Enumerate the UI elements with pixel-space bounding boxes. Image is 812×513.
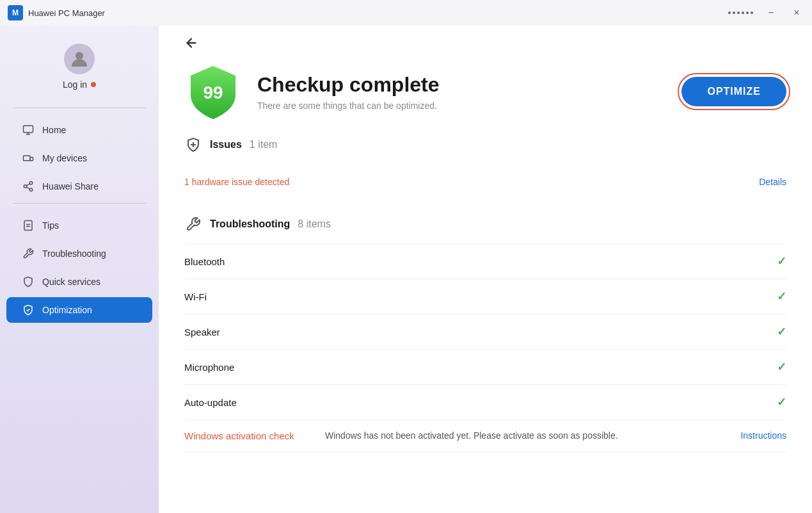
details-link[interactable]: Details (759, 177, 786, 187)
sidebar-item-quick-services[interactable]: Quick services (6, 269, 152, 295)
svg-line-9 (26, 187, 29, 189)
avatar (64, 44, 95, 74)
issues-section: Issues 1 item 1 hardware issue detected … (184, 136, 786, 200)
svg-point-7 (24, 185, 27, 188)
user-section: Log in (0, 33, 159, 105)
wrench-section-icon (184, 215, 202, 233)
upload-icon (22, 304, 35, 316)
shield-small-icon (22, 275, 35, 288)
check-item-autoupdate: Auto-update ✓ (184, 385, 786, 420)
title-bar-controls: − × (728, 8, 804, 18)
sidebar-item-troubleshooting-label: Troubleshooting (42, 248, 106, 259)
shield-badge: 99 (184, 63, 242, 120)
close-button[interactable]: × (789, 8, 804, 18)
nav-divider (13, 108, 146, 108)
issue-text: 1 hardware issue detected (184, 177, 289, 187)
troubleshooting-section: Troubleshooting 8 items Bluetooth ✓ Wi-F… (184, 215, 786, 452)
troubleshooting-count: 8 items (298, 218, 331, 230)
grip-icon (728, 12, 753, 14)
nav-divider-2 (13, 203, 146, 204)
title-bar: M Huawei PC Manager − × (0, 0, 812, 26)
check-item-windows-activation: Windows activation check Windows has not… (184, 420, 786, 452)
content-header (159, 26, 812, 50)
sidebar-item-home-label: Home (42, 125, 66, 135)
share-icon (22, 180, 35, 193)
svg-point-0 (76, 52, 83, 60)
title-bar-left: M Huawei PC Manager (8, 5, 105, 20)
issues-count: 1 item (250, 139, 278, 151)
hero-title: Checkup complete (257, 72, 666, 97)
issues-title: Issues (210, 139, 242, 151)
check-item-wifi-label: Wi-Fi (184, 291, 207, 302)
info-icon (22, 219, 35, 232)
svg-rect-1 (24, 126, 33, 133)
sidebar: Log in Home My devices (0, 26, 159, 513)
check-item-autoupdate-label: Auto-update (184, 397, 237, 408)
hero-text: Checkup complete There are some things t… (257, 72, 666, 111)
instructions-link[interactable]: Instructions (722, 430, 786, 441)
back-button[interactable] (184, 36, 198, 50)
svg-text:99: 99 (203, 83, 223, 102)
sidebar-item-tips[interactable]: Tips (6, 213, 152, 238)
devices-icon (22, 152, 35, 165)
check-mark-wifi: ✓ (777, 289, 786, 304)
sidebar-item-troubleshooting[interactable]: Troubleshooting (6, 241, 152, 266)
hero-subtitle: There are some things that can be optimi… (257, 101, 666, 111)
svg-rect-11 (24, 221, 32, 231)
main-layout: Log in Home My devices (0, 26, 812, 513)
sidebar-item-my-devices-label: My devices (42, 153, 87, 163)
check-item-bluetooth: Bluetooth ✓ (184, 244, 786, 279)
svg-line-10 (26, 184, 29, 186)
sidebar-item-tips-label: Tips (42, 220, 59, 231)
check-mark-speaker: ✓ (777, 325, 786, 339)
notification-dot (91, 82, 96, 87)
check-mark-bluetooth: ✓ (777, 254, 786, 268)
login-row: Log in (63, 79, 96, 90)
app-title: Huawei PC Manager (28, 8, 105, 18)
check-item-speaker-label: Speaker (184, 327, 220, 338)
sidebar-item-home[interactable]: Home (6, 117, 152, 143)
sidebar-item-quick-services-label: Quick services (42, 277, 100, 287)
issues-section-header: Issues 1 item (184, 136, 786, 154)
activation-desc: Windows has not been activated yet. Plea… (325, 430, 697, 441)
wrench-icon (22, 247, 35, 260)
content-scroll[interactable]: Issues 1 item 1 hardware issue detected … (159, 136, 812, 513)
sidebar-item-huawei-share-label: Huawei Share (42, 181, 99, 191)
check-mark-autoupdate: ✓ (777, 395, 786, 409)
login-label[interactable]: Log in (63, 79, 87, 90)
check-item-microphone: Microphone ✓ (184, 350, 786, 385)
hero-section: 99 Checkup complete There are some thing… (159, 50, 812, 136)
check-list: Bluetooth ✓ Wi-Fi ✓ Speaker ✓ (184, 243, 786, 452)
issue-row: 1 hardware issue detected Details (184, 169, 786, 195)
check-item-speaker: Speaker ✓ (184, 314, 786, 350)
sidebar-item-my-devices[interactable]: My devices (6, 145, 152, 171)
check-item-microphone-label: Microphone (184, 362, 234, 373)
svg-point-8 (29, 188, 33, 191)
svg-point-6 (29, 182, 33, 185)
sidebar-item-huawei-share[interactable]: Huawei Share (6, 174, 152, 199)
check-item-wifi: Wi-Fi ✓ (184, 279, 786, 314)
check-mark-microphone: ✓ (777, 360, 786, 374)
shield-plus-icon (184, 136, 202, 154)
optimize-button[interactable]: OPTIMIZE (681, 77, 786, 106)
app-logo: M (8, 5, 23, 20)
minimize-button[interactable]: − (763, 8, 779, 18)
check-item-bluetooth-label: Bluetooth (184, 256, 225, 267)
content-area: 99 Checkup complete There are some thing… (159, 26, 812, 513)
issues-content: 1 hardware issue detected Details (184, 164, 786, 200)
sidebar-item-optimization[interactable]: Optimization (6, 297, 152, 323)
troubleshooting-title: Troubleshooting (210, 218, 290, 230)
activation-title: Windows activation check (184, 430, 299, 441)
svg-rect-4 (24, 156, 31, 161)
troubleshooting-section-header: Troubleshooting 8 items (184, 215, 786, 233)
sidebar-item-optimization-label: Optimization (42, 305, 92, 315)
monitor-icon (22, 124, 35, 136)
svg-rect-5 (30, 158, 33, 161)
